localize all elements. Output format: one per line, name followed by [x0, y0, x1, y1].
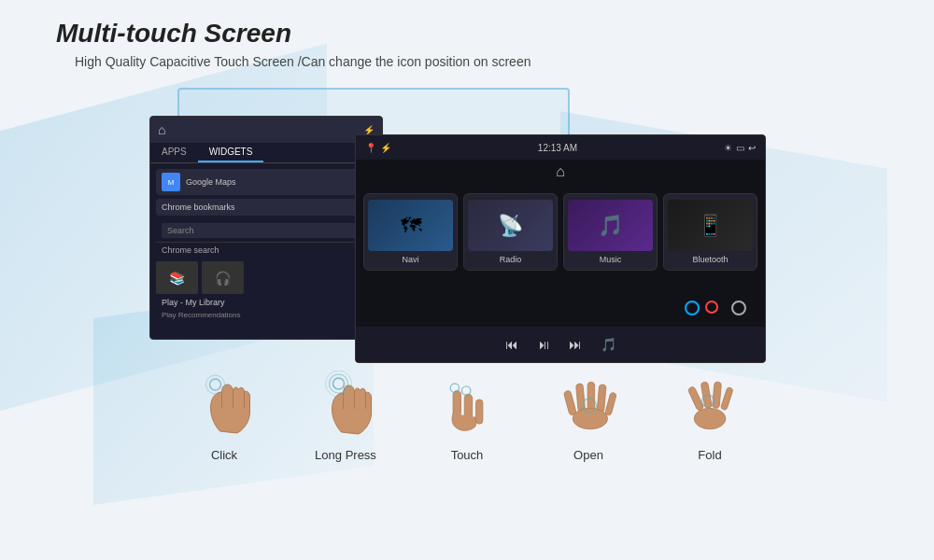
color-indicator-white: [731, 301, 746, 315]
color-indicators: [685, 301, 718, 315]
screens-demo: ⌂ ⚡ APPS WIDGETS M Google Maps Chrome bo…: [149, 88, 878, 358]
svg-point-0: [209, 379, 220, 390]
media-grid: 📚 🎧: [156, 261, 376, 294]
touch-hand-icon: [434, 368, 500, 442]
svg-point-1: [205, 375, 224, 394]
svg-rect-11: [575, 383, 585, 412]
nav-app-music[interactable]: 🎵 Music: [563, 193, 658, 271]
svg-point-9: [461, 385, 470, 394]
radio-label: Radio: [468, 255, 553, 264]
app-name-chrome: Chrome bookmarks: [162, 203, 235, 212]
open-label: Open: [573, 448, 603, 462]
nav-app-bluetooth[interactable]: 📱 Bluetooth: [663, 193, 757, 271]
screen-right-header: 📍 ⚡ 12:13 AM ☀ ▭ ↩: [356, 135, 765, 160]
music-thumb: 🎵: [568, 200, 653, 251]
app-name-maps: Google Maps: [186, 177, 236, 187]
home-center-icon: ⌂: [556, 163, 565, 180]
click-label: Click: [211, 448, 237, 462]
clock-display: 12:13 AM: [538, 143, 577, 153]
gesture-open: Open: [542, 368, 635, 462]
svg-rect-13: [597, 384, 606, 413]
fold-hand-icon: [677, 368, 743, 442]
next-button[interactable]: ⏭: [569, 337, 582, 352]
gesture-touch: Touch: [420, 368, 514, 462]
gestures-row: Click Long Press: [56, 368, 878, 462]
bluetooth-thumb: 📱: [668, 200, 753, 251]
svg-point-21: [694, 408, 726, 429]
radio-thumb: 📡: [468, 200, 553, 251]
screen-left-tabs: APPS WIDGETS: [150, 143, 382, 163]
fold-label: Fold: [698, 448, 721, 462]
play-pause-button[interactable]: ⏯: [537, 337, 550, 352]
svg-rect-20: [720, 386, 733, 410]
status-icons: ⚡: [363, 125, 375, 135]
app-item-chrome: Chrome bookmarks 2 x 2: [156, 199, 376, 216]
touch-label: Touch: [451, 448, 484, 462]
brightness-icon: ☀: [724, 143, 732, 153]
svg-rect-7: [475, 399, 483, 423]
circle-red: [705, 301, 718, 314]
home-icon: ⌂: [158, 122, 165, 137]
play-recommendation: Play Recommendations: [156, 311, 376, 319]
tab-apps[interactable]: APPS: [150, 143, 198, 162]
maps-icon: M: [162, 173, 180, 191]
svg-point-15: [573, 408, 608, 429]
nav-apps-grid: 🗺 Navi 📡 Radio 🎵 Music 📱 Bluetooth: [356, 184, 765, 280]
nav-app-navi[interactable]: 🗺 Navi: [363, 193, 458, 271]
svg-rect-12: [587, 382, 595, 412]
play-library-label: Play - My Library: [162, 298, 225, 307]
prev-button[interactable]: ⏮: [505, 337, 518, 352]
back-icon: ↩: [748, 143, 756, 153]
open-hand-icon: [556, 368, 621, 442]
usb-icon: ⚡: [363, 125, 375, 135]
svg-point-3: [329, 374, 347, 393]
media-thumb-1: 📚: [156, 261, 198, 294]
circle-blue: [685, 301, 700, 315]
gps-icon: 📍: [365, 143, 376, 153]
media-controls-bar: ⏮ ⏯ ⏭ 🎵: [356, 327, 765, 362]
widget-suggestion: Chrome search: [156, 243, 376, 258]
screen-left-bottom: Play - My Library 5 x 9: [156, 294, 376, 311]
navi-label: Navi: [368, 255, 453, 264]
tab-widgets[interactable]: WIDGETS: [198, 143, 264, 162]
screen-left: ⌂ ⚡ APPS WIDGETS M Google Maps Chrome bo…: [149, 116, 383, 340]
gesture-long-press: Long Press: [299, 368, 392, 462]
media-thumb-2: 🎧: [202, 261, 244, 294]
battery-icon: ▭: [736, 143, 744, 153]
svg-point-2: [333, 378, 344, 389]
svg-rect-14: [604, 392, 616, 415]
home-row: ⌂: [356, 160, 765, 184]
bluetooth-status-icon: ⚡: [380, 143, 391, 153]
screen-left-content: M Google Maps Chrome bookmarks 2 x 2 Sea…: [150, 163, 382, 325]
click-hand-icon: [191, 368, 257, 442]
page-title: Multi-touch Screen: [56, 19, 878, 49]
navi-thumb: 🗺: [368, 200, 453, 251]
screen-left-header: ⌂ ⚡: [150, 117, 382, 143]
page-subtitle: High Quality Capacitive Touch Screen /Ca…: [75, 54, 878, 69]
search-bar[interactable]: Search: [162, 223, 371, 238]
music-button[interactable]: 🎵: [601, 337, 616, 352]
right-header-controls: ☀ ▭ ↩: [724, 143, 756, 153]
bluetooth-label: Bluetooth: [668, 255, 753, 264]
long-press-label: Long Press: [315, 448, 376, 462]
search-text: Search: [167, 226, 194, 235]
app-item-maps: M Google Maps: [156, 169, 376, 195]
svg-rect-10: [563, 390, 576, 415]
music-label: Music: [568, 255, 653, 264]
nav-app-radio[interactable]: 📡 Radio: [463, 193, 558, 271]
gesture-fold: Fold: [663, 368, 757, 462]
screen-right: 📍 ⚡ 12:13 AM ☀ ▭ ↩ ⌂ 🗺 Navi: [355, 134, 766, 363]
gesture-click: Click: [177, 368, 271, 462]
long-press-hand-icon: [313, 368, 378, 442]
search-widget: Search: [156, 219, 376, 243]
right-status-icons: 📍 ⚡: [365, 143, 391, 153]
svg-rect-5: [453, 390, 460, 416]
